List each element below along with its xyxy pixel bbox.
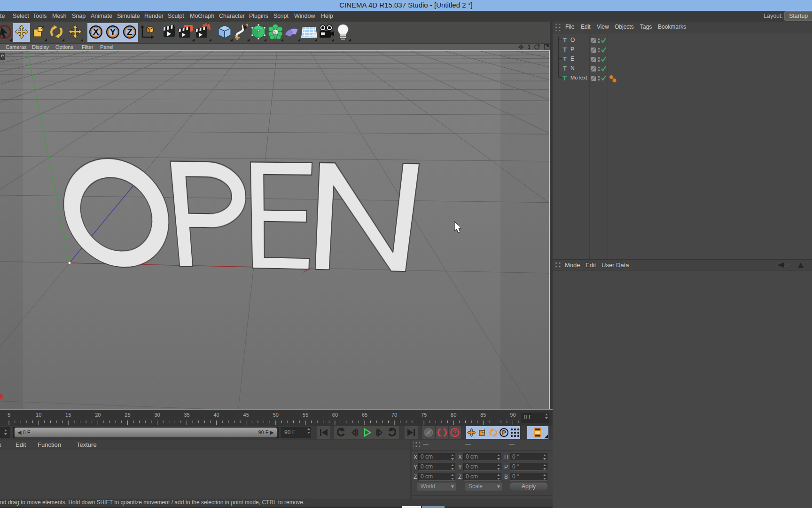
svg-text:T: T: [562, 74, 567, 82]
svg-text:T: T: [563, 56, 567, 63]
svg-text:MoText: MoText: [570, 75, 587, 80]
svg-text:T: T: [563, 37, 567, 44]
svg-text:P: P: [502, 429, 506, 436]
svg-text:T: T: [563, 65, 567, 72]
svg-text:N: N: [570, 65, 575, 71]
svg-text:E: E: [570, 56, 574, 62]
svg-text:Y: Y: [110, 27, 116, 37]
svg-text:O: O: [570, 37, 575, 43]
svg-text:Z: Z: [127, 27, 133, 37]
svg-text:?: ?: [453, 429, 457, 436]
svg-text:P: P: [570, 46, 574, 53]
svg-text:T: T: [563, 46, 567, 53]
svg-text:X: X: [93, 27, 99, 37]
